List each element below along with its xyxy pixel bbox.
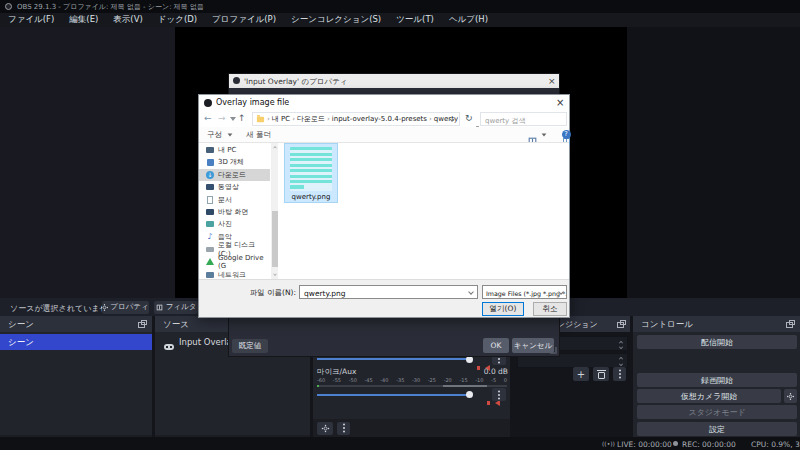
documents-icon [206,196,214,204]
cancel-button[interactable]: キャンセル [512,338,554,353]
sidebar-item-label: 3D 개체 [218,157,244,167]
3d-objects-icon [206,158,214,166]
forward-icon[interactable]: → [218,113,226,123]
mixer-channel-2-slider[interactable] [317,394,470,396]
start-streaming-button[interactable]: 配信開始 [637,335,797,349]
menu-view[interactable]: 表示(V) [113,14,142,26]
file-dialog-titlebar[interactable]: Overlay image file × [199,95,569,111]
cpu-fps-stats: CPU: 0.9%, 30.00 fps [751,440,800,449]
scene-item-label: シーン [8,337,34,347]
sidebar-item-videos[interactable]: 동영상 [199,181,270,193]
sidebar-item-pictures[interactable]: 사진 [199,218,270,230]
obs-logo-icon [233,77,240,84]
file-name-label: qwerty.png [285,193,337,201]
transition-menu-button[interactable] [613,367,626,381]
file-list-area[interactable]: qwerty.png [278,143,569,279]
spinner-down-icon[interactable] [619,362,623,366]
mixer-channel-1-slider[interactable] [317,358,470,360]
cancel-button[interactable]: 취소 [533,302,567,316]
file-dialog-bottom: 파일 이름(N): qwerty.png Image Files (*.jpg … [199,279,569,317]
popout-icon[interactable] [138,322,145,328]
gear-icon [789,394,793,398]
mixer-meter-bar [317,385,507,387]
mixer-menu-button[interactable] [337,422,350,435]
popout-icon[interactable] [786,322,793,328]
sidebar-item-3d-objects[interactable]: 3D 개체 [199,156,270,168]
popout-icon[interactable] [617,322,624,328]
breadcrumb-separator: › [292,115,295,123]
address-bar[interactable]: › 내 PC › 다운로드 › input-overlay-5.0.4-pres… [252,112,460,126]
sidebar-item-google-drive[interactable]: Google Drive (G [199,256,270,268]
ok-button[interactable]: OK [483,338,509,353]
close-icon[interactable]: × [556,97,564,108]
breadcrumb-this-pc[interactable]: 내 PC [272,114,290,124]
studio-mode-button[interactable]: スタジオモード [637,405,797,419]
organize-button[interactable]: 구성 [207,130,233,140]
file-tile-qwerty[interactable]: qwerty.png [284,143,338,203]
start-virtual-camera-button[interactable]: 仮想カメラ開始 [637,389,781,403]
search-box[interactable]: qwerty 검색 [480,112,567,126]
spinner-down-icon[interactable] [619,345,623,349]
new-folder-button[interactable]: 새 폴더 [246,130,271,140]
filename-value: qwerty.png [304,289,346,298]
mixer-config-button[interactable] [317,422,333,435]
mixer-channel-2-menu-button[interactable] [492,388,506,401]
help-icon[interactable]: ? [562,130,571,139]
sidebar-item-label: 내 PC [218,145,236,155]
menu-docks[interactable]: ドック(D) [158,14,197,26]
sidebar-item-desktop[interactable]: 바탕 화면 [199,206,270,218]
remove-transition-button[interactable] [593,367,609,381]
meter-tick: 0 [504,377,507,383]
scroll-down-icon[interactable] [273,272,276,275]
controls-body: 配信開始 録画開始 仮想カメラ開始 スタジオモード 設定 終了 [633,332,800,437]
file-dialog-title: Overlay image file [216,98,289,107]
add-transition-button[interactable]: + [573,367,589,381]
settings-button[interactable]: 設定 [637,422,797,436]
spinner-up-icon[interactable] [619,357,623,361]
source-filters-button[interactable]: フィルタ [154,301,198,314]
menu-profile[interactable]: プロファイル(P) [212,14,276,26]
scrollbar-thumb[interactable] [272,211,278,267]
sidebar-item-downloads[interactable]: ↓ 다운로드 [199,169,270,181]
live-icon: ((•)) [602,440,615,447]
menu-tools[interactable]: ツール(T) [396,14,434,26]
defaults-button[interactable]: 既定値 [232,339,268,353]
view-options-dropdown-icon[interactable] [542,133,547,136]
scenes-dock-title: シーン [8,319,34,331]
mixer-channel-2-handle[interactable] [466,391,473,398]
file-thumbnail [290,147,332,191]
mixer-channel-2-name: 마이크/Aux [317,367,356,377]
status-bar: ((•)) LIVE: 00:00:00 REC: 00:00:00 CPU: … [0,437,800,450]
filename-dropdown-icon[interactable] [468,289,474,295]
up-icon[interactable]: ↑ [238,113,246,123]
sidebar-item-documents[interactable]: 문서 [199,194,270,206]
sidebar-item-this-pc[interactable]: 내 PC [199,144,270,156]
rec-timer: REC: 00:00:00 [682,440,736,449]
history-dropdown-icon[interactable] [230,117,236,121]
search-placeholder: qwerty 검색 [485,116,525,126]
computer-icon [206,146,214,154]
refresh-icon[interactable]: ↻ [465,113,473,123]
sidebar-scrollbar[interactable] [271,143,278,279]
cancel-label: 취소 [543,304,558,314]
window-title: OBS 29.1.3 - プロファイル: 제목 없음 - シーン: 제목 없음 [17,2,204,12]
breadcrumb-downloads[interactable]: 다운로드 [297,114,325,124]
close-icon[interactable]: × [548,76,556,86]
open-button[interactable]: 열기(O) [482,302,524,316]
menu-help[interactable]: ヘルプ(H) [449,14,488,26]
back-icon[interactable]: ← [204,113,212,123]
filename-input[interactable]: qwerty.png [299,285,478,299]
menu-scene-collection[interactable]: シーンコレクション(S) [291,14,381,26]
breadcrumb-presets-folder[interactable]: input-overlay-5.0.4-presets [332,115,427,123]
start-recording-button[interactable]: 録画開始 [637,373,797,387]
resize-grip[interactable] [550,347,557,354]
properties-dialog-titlebar[interactable]: 'Input Overlay' のプロパティ × [229,74,559,88]
settings-label: 設定 [709,424,725,435]
scene-list-item[interactable]: シーン [0,334,152,350]
scroll-up-icon[interactable] [273,146,276,149]
filetype-select[interactable]: Image Files (*.jpg *.png *.bmp [482,285,567,299]
menu-edit[interactable]: 編集(E) [69,14,98,26]
source-properties-button[interactable]: プロパティ [102,301,149,314]
virtual-camera-config-button[interactable] [784,389,797,403]
menu-file[interactable]: ファイル(F) [8,14,54,26]
